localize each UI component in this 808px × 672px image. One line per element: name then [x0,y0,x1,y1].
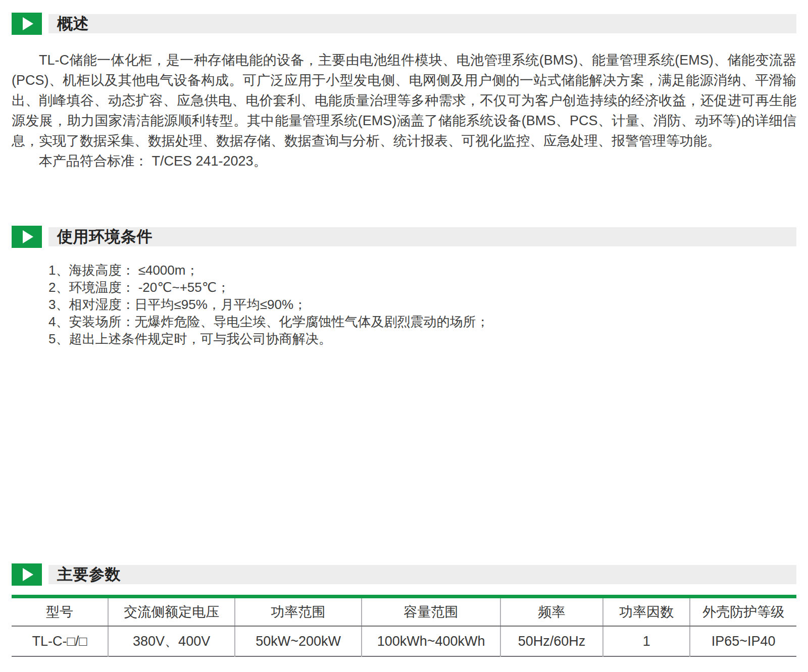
play-arrow-icon [12,563,42,586]
section-title-bar: 概述 [48,14,796,33]
section-title-bar: 主要参数 [48,565,796,584]
overview-text-block: TL-C储能一体化柜，是一种存储电能的设备，主要由电池组件模块、电池管理系统(B… [12,50,796,171]
triangle-glyph [23,568,33,581]
section-header-parameters: 主要参数 [12,563,796,586]
play-arrow-icon [12,13,42,35]
cell-ac-rated-voltage: 380V、400V [108,626,235,656]
env-condition-item: 5、超出上述条件规定时，可与我公司协商解决。 [48,330,796,347]
section-title-overview: 概述 [48,13,89,34]
section-header-environment: 使用环境条件 [12,226,796,248]
overview-paragraph: TL-C储能一体化柜，是一种存储电能的设备，主要由电池组件模块、电池管理系统(B… [12,50,796,151]
col-header-frequency: 频率 [500,597,603,627]
table-header-row: 型号 交流侧额定电压 功率范围 容量范围 频率 功率因数 外壳防护等级 [12,597,796,627]
triangle-glyph [23,17,33,30]
cell-frequency: 50Hz/60Hz [500,626,603,656]
overview-standard-line: 本产品符合标准： T/CES 241-2023。 [12,151,796,171]
env-condition-item: 3、相对湿度：日平均≤95%，月平均≤90%； [48,296,796,313]
section-title-bar: 使用环境条件 [48,227,796,246]
env-condition-item: 4、安装场所：无爆炸危险、导电尘埃、化学腐蚀性气体及剧烈震动的场所； [48,313,796,330]
play-arrow-icon [12,226,42,248]
section-title-parameters: 主要参数 [48,564,121,585]
cell-model: TL-C-□/□ [12,626,108,656]
cell-power-factor: 1 [603,626,690,656]
triangle-glyph [23,230,33,243]
parameters-table-wrap: 型号 交流侧额定电压 功率范围 容量范围 频率 功率因数 外壳防护等级 TL-C… [12,595,796,657]
section-header-overview: 概述 [12,13,796,35]
cell-power-range: 50kW~200kW [235,626,362,656]
env-condition-item: 2、环境温度： -20℃~+55℃； [48,279,796,296]
cell-capacity-range: 100kWh~400kWh [362,626,500,656]
col-header-power-factor: 功率因数 [603,597,690,627]
col-header-model: 型号 [12,597,108,627]
env-condition-item: 1、海拔高度： ≤4000m； [48,262,796,279]
col-header-capacity-range: 容量范围 [362,597,500,627]
col-header-ip-rating: 外壳防护等级 [690,597,796,627]
page-content: 概述 TL-C储能一体化柜，是一种存储电能的设备，主要由电池组件模块、电池管理系… [0,13,808,657]
cell-ip-rating: IP65~IP40 [690,626,796,656]
col-header-ac-rated-voltage: 交流侧额定电压 [108,597,235,627]
table-row: TL-C-□/□ 380V、400V 50kW~200kW 100kWh~400… [12,626,796,656]
environment-conditions-list: 1、海拔高度： ≤4000m； 2、环境温度： -20℃~+55℃； 3、相对湿… [12,262,796,347]
section-title-environment: 使用环境条件 [48,226,153,247]
datasheet-page: 概述 TL-C储能一体化柜，是一种存储电能的设备，主要由电池组件模块、电池管理系… [0,0,808,672]
parameters-table: 型号 交流侧额定电压 功率范围 容量范围 频率 功率因数 外壳防护等级 TL-C… [12,595,796,657]
col-header-power-range: 功率范围 [235,597,362,627]
